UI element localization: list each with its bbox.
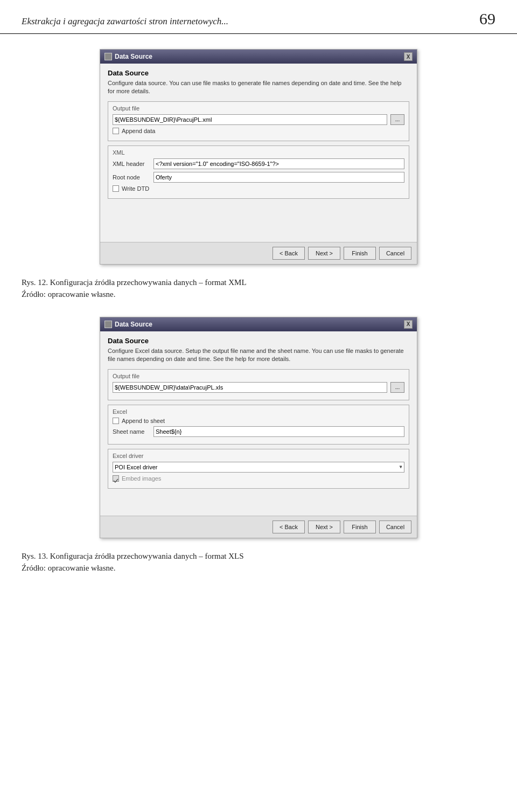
dialog2-output-input[interactable] bbox=[113, 382, 387, 393]
dialog2-description: Configure Excel data source. Setup the o… bbox=[108, 347, 409, 364]
dialog2-driver-row: ▼ bbox=[113, 462, 404, 473]
dialog2-browse-button[interactable]: ... bbox=[390, 382, 404, 393]
caption1-rys: Rys. 12. bbox=[22, 278, 48, 287]
dialog2-output-row: ... bbox=[113, 382, 404, 393]
dialog1: Data Source X Data Source Configure data… bbox=[100, 49, 417, 265]
dialog2-body: Data Source Configure Excel data source.… bbox=[100, 331, 417, 516]
dialog1-footer: < Back Next > Finish Cancel bbox=[100, 242, 417, 264]
dialog2-next-button[interactable]: Next > bbox=[308, 520, 340, 533]
dialog1-writedtd-row: Write DTD bbox=[113, 185, 404, 192]
dialog1-writedtd-checkbox[interactable] bbox=[113, 185, 119, 192]
figure-caption-1: Rys. 12. Konfiguracja źródła przechowywa… bbox=[22, 276, 495, 301]
dialog1-xml-header-input[interactable] bbox=[153, 158, 404, 169]
dialog1-append-row: Append data bbox=[113, 128, 404, 134]
dialog1-wrapper: Data Source X Data Source Configure data… bbox=[22, 49, 495, 265]
dialog1-root-node-input[interactable] bbox=[153, 172, 404, 183]
dialog2-close-button[interactable]: X bbox=[404, 320, 413, 329]
dialog2: Data Source X Data Source Configure Exce… bbox=[100, 317, 417, 538]
dialog2-sheet-input[interactable] bbox=[153, 426, 404, 437]
dialog2-sheet-row: Sheet name bbox=[113, 426, 404, 437]
dialog2-section: Data Source bbox=[108, 337, 409, 345]
dialog2-embed-checkbox[interactable] bbox=[113, 475, 119, 482]
caption1-text: Konfiguracja źródła przechowywania danyc… bbox=[48, 278, 247, 287]
dialog2-driver-group: Excel driver ▼ Embed images bbox=[108, 449, 409, 489]
dialog1-output-label: Output file bbox=[113, 105, 404, 112]
dialog1-root-node-row: Root node bbox=[113, 172, 404, 183]
dialog1-title: Data Source bbox=[115, 53, 404, 60]
dialog1-cancel-button[interactable]: Cancel bbox=[379, 247, 411, 260]
dialog2-cancel-button[interactable]: Cancel bbox=[379, 520, 411, 533]
dialog2-append-row: Append to sheet bbox=[113, 418, 404, 424]
page-number: 69 bbox=[479, 10, 495, 28]
dialog2-sheet-label: Sheet name bbox=[113, 428, 150, 435]
caption2-rys: Rys. 13. bbox=[22, 552, 48, 560]
dialog2-titlebar: Data Source X bbox=[100, 317, 417, 331]
dialog1-close-button[interactable]: X bbox=[404, 52, 413, 61]
dialog1-xml-header-row: XML header bbox=[113, 158, 404, 169]
dialog1-xml-header-label: XML header bbox=[113, 161, 150, 167]
dialog1-back-button[interactable]: < Back bbox=[273, 247, 305, 260]
dialog2-wrapper: Data Source X Data Source Configure Exce… bbox=[22, 317, 495, 538]
dialog2-excel-label: Excel bbox=[113, 408, 404, 415]
page-title: Ekstrakcja i agregacja zawartości stron … bbox=[22, 16, 228, 27]
dialog2-title: Data Source bbox=[115, 321, 404, 328]
dialog2-embed-label: Embed images bbox=[122, 475, 161, 482]
dialog2-driver-label: Excel driver bbox=[113, 453, 404, 459]
dialog2-append-label: Append to sheet bbox=[122, 418, 165, 424]
dialog1-output-group: Output file ... Append data bbox=[108, 101, 409, 141]
caption2-text: Konfiguracja źródła przechowywania danyc… bbox=[48, 552, 244, 560]
dialog1-description: Configure data source. You can use file … bbox=[108, 79, 409, 96]
dialog1-next-button[interactable]: Next > bbox=[308, 247, 340, 260]
dialog1-finish-button[interactable]: Finish bbox=[344, 247, 376, 260]
dialog1-output-row: ... bbox=[113, 114, 404, 125]
dialog1-browse-button[interactable]: ... bbox=[390, 114, 404, 125]
dialog2-finish-button[interactable]: Finish bbox=[344, 520, 376, 533]
dialog2-icon bbox=[104, 321, 112, 328]
page-header: Ekstrakcja i agregacja zawartości stron … bbox=[0, 0, 517, 34]
dialog2-footer: < Back Next > Finish Cancel bbox=[100, 516, 417, 538]
dialog2-driver-input[interactable] bbox=[113, 462, 404, 473]
dialog1-body: Data Source Configure data source. You c… bbox=[100, 64, 417, 242]
dialog1-root-node-label: Root node bbox=[113, 174, 150, 181]
dialog1-append-checkbox[interactable] bbox=[113, 128, 119, 134]
dialog1-writedtd-label: Write DTD bbox=[122, 185, 149, 192]
dialog1-xml-label: XML bbox=[113, 149, 404, 156]
dialog1-xml-group: XML XML header Root node Write DTD bbox=[108, 145, 409, 199]
dialog1-titlebar: Data Source X bbox=[100, 50, 417, 64]
figure-caption-2: Rys. 13. Konfiguracja źródła przechowywa… bbox=[22, 550, 495, 574]
dialog2-driver-select-wrapper: ▼ bbox=[113, 462, 404, 473]
dialog1-append-label: Append data bbox=[122, 128, 155, 134]
dialog1-output-input[interactable] bbox=[113, 114, 387, 125]
dialog2-append-checkbox[interactable] bbox=[113, 418, 119, 424]
dialog2-excel-group: Excel Append to sheet Sheet name bbox=[108, 405, 409, 445]
dialog1-icon bbox=[104, 53, 112, 60]
dialog1-section: Data Source bbox=[108, 69, 409, 77]
caption2-source: Źródło: opracowanie własne. bbox=[22, 564, 116, 572]
checkmark-icon bbox=[113, 478, 118, 483]
caption1-source: Źródło: opracowanie własne. bbox=[22, 290, 116, 299]
dialog2-output-label: Output file bbox=[113, 373, 404, 379]
dialog2-embed-row: Embed images bbox=[113, 475, 404, 482]
dialog2-back-button[interactable]: < Back bbox=[273, 520, 305, 533]
dialog2-output-group: Output file ... bbox=[108, 369, 409, 400]
